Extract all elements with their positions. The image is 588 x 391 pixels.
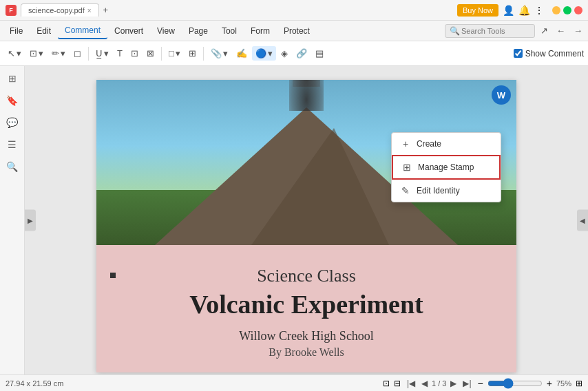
stamp-menu-button[interactable]: 🔵 ▾ <box>252 46 276 61</box>
maximize-button[interactable] <box>563 6 571 14</box>
dropdown-item-create[interactable]: + Create <box>392 133 501 155</box>
menu-item-convert[interactable]: Convert <box>107 23 150 39</box>
tab-label: science-copy.pdf <box>28 6 85 14</box>
active-tab[interactable]: science-copy.pdf × <box>21 3 99 17</box>
manage-stamp-label: Manage Stamp <box>418 162 474 172</box>
underline-icon: U̲ <box>96 48 103 59</box>
sidebar-item-comments[interactable]: 💬 <box>3 113 22 132</box>
toolbar-right: Show Comment <box>514 49 584 59</box>
sidebar-item-search[interactable]: 🔍 <box>3 157 22 176</box>
callout-button[interactable]: ⊠ <box>143 46 158 61</box>
separator-1 <box>88 47 89 61</box>
close-tab-button[interactable]: × <box>87 7 92 14</box>
window-controls <box>552 6 582 14</box>
zoom-slider[interactable] <box>487 378 543 389</box>
buy-now-button[interactable]: Buy Now <box>457 4 498 17</box>
title-bar-right: Buy Now 👤 🔔 ⋮ <box>457 4 582 17</box>
show-comment-text: Show Comment <box>525 49 584 59</box>
right-panel-collapse-button[interactable]: ◀ <box>577 210 588 231</box>
next-page-button[interactable]: ▶ <box>448 378 459 389</box>
text-button[interactable]: T <box>114 46 126 61</box>
decoration-dot <box>110 273 116 278</box>
shape-dropdown-button[interactable]: □ ▾ <box>165 46 184 61</box>
first-page-button[interactable]: |◀ <box>405 378 417 389</box>
pdf-text-section: Science Class Volcanic Experiment Willow… <box>96 245 516 372</box>
add-tab-button[interactable]: + <box>101 3 112 17</box>
sidebar-item-layers[interactable]: ☰ <box>3 135 22 154</box>
minimize-button[interactable] <box>552 6 560 14</box>
textbox-button[interactable]: ⊡ <box>127 46 142 61</box>
forward-icon[interactable]: → <box>571 24 585 37</box>
textbox-icon: ⊡ <box>131 48 138 59</box>
menu-dots-icon[interactable]: ⋮ <box>534 5 544 16</box>
select-tool-button[interactable]: ↖ ▾ <box>4 46 25 61</box>
highlight-dropdown-button[interactable]: ✏ ▾ <box>48 46 69 61</box>
back-icon[interactable]: ← <box>554 24 568 37</box>
pdf-area: W Science Class Volcanic Experiment Will… <box>25 66 588 374</box>
area-highlight-icon: ◈ <box>281 48 288 59</box>
tab-bar: science-copy.pdf × + <box>21 3 111 17</box>
manage-stamp-icon: ⊞ <box>401 162 412 173</box>
menu-item-protect[interactable]: Protect <box>277 23 317 39</box>
measure-icon: ⊞ <box>189 48 196 59</box>
volcano-shadow <box>251 128 389 245</box>
stamp-menu-icon: 🔵 <box>255 48 266 59</box>
menu-item-form[interactable]: Form <box>244 23 277 39</box>
comments-panel-icon: ▤ <box>315 48 324 59</box>
menu-item-view[interactable]: View <box>150 23 182 39</box>
link-icon: 🔗 <box>296 48 307 59</box>
separator-3 <box>203 47 204 61</box>
shape-dropdown-arrow: ▾ <box>176 48 180 59</box>
status-bar: 27.94 x 21.59 cm ⊡ ⊟ |◀ ◀ 1 / 3 ▶ ▶| − +… <box>0 374 588 391</box>
search-input[interactable] <box>461 27 530 35</box>
pdf-subtitle: Science Class <box>110 266 503 286</box>
stamp-dropdown-button[interactable]: ⊡ ▾ <box>26 46 47 61</box>
dropdown-item-edit-identity[interactable]: ✎ Edit Identity <box>392 180 501 202</box>
sidebar-item-bookmarks[interactable]: 🔖 <box>3 91 22 110</box>
callout-icon: ⊠ <box>147 48 154 59</box>
main-area: ⊞ 🔖 💬 ☰ 🔍 ▶ W <box>0 66 588 374</box>
menu-bar: File Edit Comment Convert View Page Tool… <box>0 21 588 41</box>
zoom-level: 75% <box>556 379 571 388</box>
shape-icon: □ <box>169 48 174 59</box>
zoom-out-button[interactable]: − <box>478 378 483 389</box>
dropdown-item-manage-stamp[interactable]: ⊞ Manage Stamp <box>392 155 501 180</box>
sidebar-item-thumbnails[interactable]: ⊞ <box>3 69 22 88</box>
comments-panel-button[interactable]: ▤ <box>312 46 327 61</box>
menu-item-tool[interactable]: Tool <box>215 23 244 39</box>
search-bar[interactable]: 🔍 <box>445 24 535 38</box>
watermark-icon: W <box>492 85 511 105</box>
menu-item-page[interactable]: Page <box>182 23 215 39</box>
signature-icon: ✍ <box>236 48 247 59</box>
erase-button[interactable]: ◻ <box>70 46 85 61</box>
menu-item-edit[interactable]: Edit <box>30 23 58 39</box>
last-page-button[interactable]: ▶| <box>461 378 473 389</box>
fit-page-icon[interactable]: ⊡ <box>383 379 390 388</box>
pdf-title: Volcanic Experiment <box>110 289 503 319</box>
close-window-button[interactable] <box>574 6 582 14</box>
fit-options-button[interactable]: ⊞ <box>576 379 582 388</box>
area-highlight-button[interactable]: ◈ <box>277 46 291 61</box>
title-bar-left: F science-copy.pdf × + <box>6 3 457 17</box>
share-icon[interactable]: ↗ <box>538 24 551 37</box>
pdf-school: Willow Creek High School <box>110 329 503 344</box>
volcano-smoke-2 <box>293 80 320 87</box>
stamp-icon: ⊡ <box>30 48 37 59</box>
menu-item-comment[interactable]: Comment <box>58 23 107 39</box>
zoom-in-button[interactable]: + <box>547 378 552 389</box>
fit-width-icon[interactable]: ⊟ <box>394 379 401 388</box>
text-icon: T <box>117 48 123 59</box>
attach-dropdown-arrow: ▾ <box>223 48 228 59</box>
show-comment-checkbox[interactable] <box>514 49 523 58</box>
show-comment-label[interactable]: Show Comment <box>514 49 584 59</box>
attach-button[interactable]: 📎 ▾ <box>207 46 231 61</box>
prev-page-button[interactable]: ◀ <box>419 378 430 389</box>
menu-item-file[interactable]: File <box>3 23 30 39</box>
separator-2 <box>161 47 162 61</box>
left-sidebar: ⊞ 🔖 💬 ☰ 🔍 <box>0 66 25 374</box>
measure-button[interactable]: ⊞ <box>185 46 200 61</box>
link-button[interactable]: 🔗 <box>293 46 311 61</box>
toolbar: ↖ ▾ ⊡ ▾ ✏ ▾ ◻ U̲ ▾ T ⊡ ⊠ □ ▾ ⊞ 📎 ▾ ✍ 🔵 ▾ <box>0 41 588 66</box>
signature-button[interactable]: ✍ <box>233 46 251 61</box>
underline-dropdown-button[interactable]: U̲ ▾ <box>92 46 112 61</box>
